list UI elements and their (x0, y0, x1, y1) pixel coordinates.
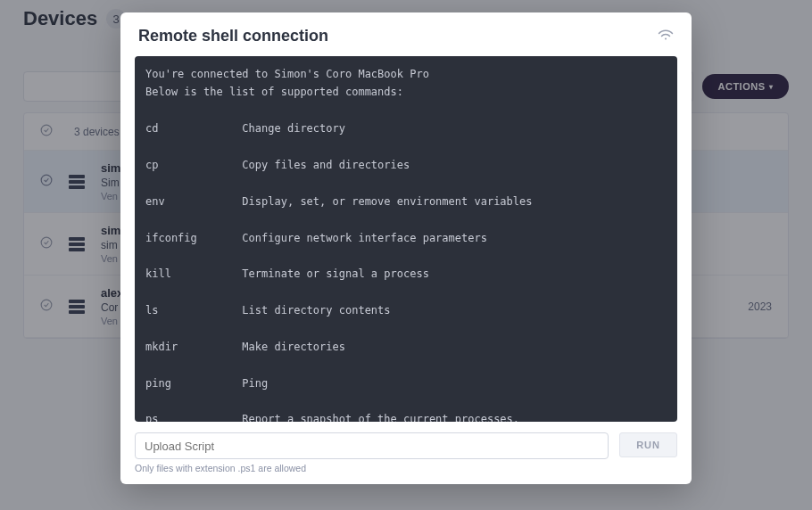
svg-point-4 (665, 37, 667, 39)
upload-hint: Only files with extension .ps1 are allow… (135, 463, 677, 473)
run-button[interactable]: RUN (619, 432, 677, 457)
modal-header: Remote shell connection (120, 12, 692, 56)
terminal-output[interactable]: You're connected to Simon's Coro MacBook… (135, 56, 677, 422)
upload-script-input[interactable] (135, 432, 609, 459)
wifi-icon (658, 29, 674, 45)
modal-title: Remote shell connection (138, 27, 328, 45)
remote-shell-modal: Remote shell connection You're connected… (120, 12, 692, 484)
modal-overlay[interactable]: Remote shell connection You're connected… (0, 0, 812, 510)
modal-footer: RUN Only files with extension .ps1 are a… (120, 432, 692, 484)
